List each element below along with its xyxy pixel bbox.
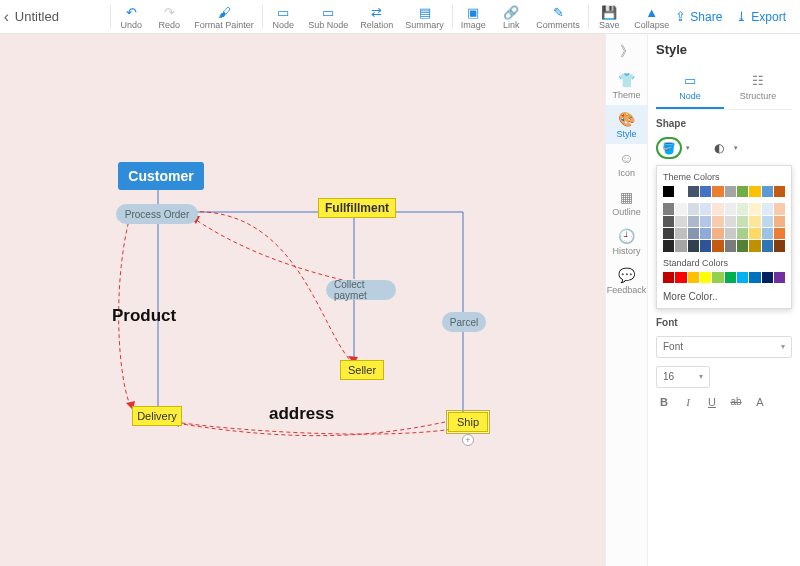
line-color-button[interactable]: ◐: [710, 139, 728, 157]
link-button[interactable]: 🔗Link: [492, 0, 530, 33]
color-swatch[interactable]: [712, 272, 723, 283]
relation-button[interactable]: ⇄Relation: [354, 0, 399, 33]
side-history[interactable]: 🕘History: [606, 222, 647, 261]
color-swatch[interactable]: [675, 272, 686, 283]
color-swatch[interactable]: [725, 186, 736, 197]
color-swatch[interactable]: [700, 186, 711, 197]
color-swatch[interactable]: [663, 240, 674, 251]
color-swatch[interactable]: [688, 186, 699, 197]
color-swatch[interactable]: [712, 216, 723, 227]
color-swatch[interactable]: [712, 240, 723, 251]
document-title[interactable]: Untitled: [13, 0, 108, 33]
color-swatch[interactable]: [774, 186, 785, 197]
color-swatch[interactable]: [749, 272, 760, 283]
italic-button[interactable]: I: [680, 396, 696, 408]
color-swatch[interactable]: [749, 186, 760, 197]
color-swatch[interactable]: [663, 216, 674, 227]
node-customer[interactable]: Customer: [118, 162, 204, 190]
color-swatch[interactable]: [774, 240, 785, 251]
color-swatch[interactable]: [725, 272, 736, 283]
color-swatch[interactable]: [762, 240, 773, 251]
color-swatch[interactable]: [762, 203, 773, 214]
color-swatch[interactable]: [737, 228, 748, 239]
color-swatch[interactable]: [774, 228, 785, 239]
color-swatch[interactable]: [700, 240, 711, 251]
share-button[interactable]: ⇪Share: [675, 9, 722, 24]
color-swatch[interactable]: [663, 228, 674, 239]
node-button[interactable]: ▭Node: [264, 0, 302, 33]
more-color-button[interactable]: More Color..: [663, 289, 785, 302]
color-swatch[interactable]: [675, 216, 686, 227]
side-style[interactable]: 🎨Style: [606, 105, 647, 144]
node-delivery[interactable]: Delivery: [132, 406, 182, 426]
node-collect-paymet[interactable]: Collect paymet: [326, 280, 396, 300]
side-feedback[interactable]: 💬Feedback: [606, 261, 647, 300]
sub-node-button[interactable]: ▭Sub Node: [302, 0, 354, 33]
color-swatch[interactable]: [737, 203, 748, 214]
underline-button[interactable]: U: [704, 396, 720, 408]
font-color-button[interactable]: A: [752, 396, 768, 408]
color-swatch[interactable]: [688, 272, 699, 283]
color-swatch[interactable]: [663, 272, 674, 283]
color-swatch[interactable]: [737, 186, 748, 197]
color-swatch[interactable]: [688, 203, 699, 214]
color-swatch[interactable]: [762, 272, 773, 283]
tab-structure[interactable]: ☷Structure: [724, 69, 792, 109]
color-swatch[interactable]: [700, 272, 711, 283]
image-button[interactable]: ▣Image: [454, 0, 492, 33]
color-swatch[interactable]: [675, 240, 686, 251]
undo-button[interactable]: ↶Undo: [112, 0, 150, 33]
tab-node[interactable]: ▭Node: [656, 69, 724, 109]
comments-button[interactable]: ✎Comments: [530, 0, 586, 33]
color-swatch[interactable]: [712, 186, 723, 197]
strike-button[interactable]: ab: [728, 396, 744, 408]
color-swatch[interactable]: [774, 272, 785, 283]
node-seller[interactable]: Seller: [340, 360, 384, 380]
bold-button[interactable]: B: [656, 396, 672, 408]
color-swatch[interactable]: [762, 186, 773, 197]
color-swatch[interactable]: [725, 216, 736, 227]
color-swatch[interactable]: [737, 216, 748, 227]
color-swatch[interactable]: [688, 240, 699, 251]
node-process-order[interactable]: Process Order: [116, 204, 198, 224]
color-swatch[interactable]: [725, 240, 736, 251]
floating-text-product[interactable]: Product: [112, 306, 176, 326]
color-swatch[interactable]: [675, 203, 686, 214]
side-icon[interactable]: ☺Icon: [606, 144, 647, 183]
back-button[interactable]: ‹: [0, 0, 13, 33]
color-swatch[interactable]: [725, 228, 736, 239]
floating-text-address[interactable]: address: [269, 404, 334, 424]
font-size-select[interactable]: 16▾: [656, 366, 710, 388]
color-swatch[interactable]: [762, 216, 773, 227]
side-outline[interactable]: ▦Outline: [606, 183, 647, 222]
color-swatch[interactable]: [762, 228, 773, 239]
font-family-select[interactable]: Font▾: [656, 336, 792, 358]
color-swatch[interactable]: [712, 203, 723, 214]
node-fullfillment[interactable]: Fullfillment: [318, 198, 396, 218]
color-swatch[interactable]: [700, 216, 711, 227]
panel-collapse-button[interactable]: 》: [606, 38, 647, 66]
color-swatch[interactable]: [663, 186, 674, 197]
color-swatch[interactable]: [700, 203, 711, 214]
color-swatch[interactable]: [749, 216, 760, 227]
color-swatch[interactable]: [749, 228, 760, 239]
canvas[interactable]: Customer Process Order Fullfillment Coll…: [0, 34, 606, 566]
collapse-button[interactable]: ▲Collapse: [628, 0, 675, 33]
color-swatch[interactable]: [737, 240, 748, 251]
side-theme[interactable]: 👕Theme: [606, 66, 647, 105]
color-swatch[interactable]: [688, 216, 699, 227]
add-child-handle[interactable]: +: [462, 434, 474, 446]
redo-button[interactable]: ↷Redo: [150, 0, 188, 33]
color-swatch[interactable]: [774, 203, 785, 214]
color-swatch[interactable]: [675, 186, 686, 197]
color-swatch[interactable]: [749, 240, 760, 251]
color-swatch[interactable]: [675, 228, 686, 239]
format-painter-button[interactable]: 🖌Format Painter: [188, 0, 260, 33]
color-swatch[interactable]: [749, 203, 760, 214]
summary-button[interactable]: ▤Summary: [399, 0, 450, 33]
color-swatch[interactable]: [663, 203, 674, 214]
node-ship[interactable]: Ship: [448, 412, 488, 432]
color-swatch[interactable]: [700, 228, 711, 239]
fill-color-button[interactable]: 🪣: [656, 137, 682, 159]
export-button[interactable]: ⤓Export: [736, 9, 786, 24]
